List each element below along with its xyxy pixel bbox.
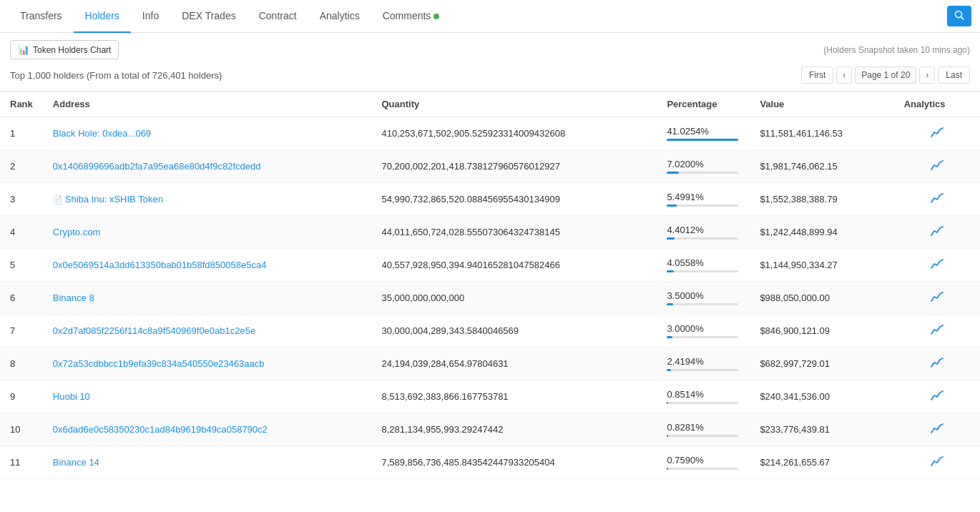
- pagination: First ‹ Page 1 of 20 › Last: [801, 67, 970, 84]
- address-cell[interactable]: 📄Shiba Inu: xSHIB Token: [43, 183, 372, 216]
- analytics-cell[interactable]: [894, 249, 980, 282]
- rank-cell: 8: [0, 348, 43, 380]
- analytics-chart-icon[interactable]: [931, 390, 944, 403]
- table-row: 1Black Hole: 0xdea...069410,253,671,502,…: [0, 117, 980, 150]
- percentage-bar-fill: [667, 139, 738, 141]
- prev-page-button[interactable]: ‹: [836, 67, 852, 84]
- table-row: 100x6dad6e0c58350230c1ad84b9619b49ca0587…: [0, 413, 980, 446]
- percentage-bar-bg: [667, 205, 738, 207]
- last-page-button[interactable]: Last: [938, 67, 970, 84]
- address-cell[interactable]: 0x6dad6e0c58350230c1ad84b9619b49ca058790…: [43, 413, 372, 446]
- tab-comments[interactable]: Comments: [371, 0, 451, 33]
- table-header-row: Rank Address Quantity Percentage Value A…: [0, 92, 980, 117]
- rank-cell: 1: [0, 117, 43, 150]
- percentage-bar-fill: [667, 205, 676, 207]
- address-cell[interactable]: 0x2d7af085f2256f114c8a9f540969f0e0ab1c2e…: [43, 315, 372, 348]
- svg-line-1: [961, 17, 964, 20]
- tab-dex-trades[interactable]: DEX Trades: [170, 0, 247, 33]
- col-rank: Rank: [0, 92, 43, 117]
- address-cell[interactable]: Binance 8: [43, 282, 372, 315]
- rank-cell: 7: [0, 315, 43, 348]
- analytics-chart-icon[interactable]: [931, 160, 944, 172]
- quantity-cell: 35,000,000,000,000: [371, 282, 657, 315]
- holders-info: Top 1,000 holders (From a total of 726,4…: [10, 70, 222, 81]
- col-quantity: Quantity: [371, 92, 657, 117]
- quantity-cell: 30,000,004,289,343.5840046569: [371, 315, 657, 348]
- value-cell: $240,341,536.00: [750, 380, 893, 413]
- tab-info[interactable]: Info: [131, 0, 170, 33]
- value-cell: $11,581,461,146.53: [750, 117, 893, 150]
- analytics-cell[interactable]: [894, 150, 980, 183]
- rank-cell: 2: [0, 150, 43, 183]
- percentage-bar-fill: [667, 402, 668, 404]
- table-row: 6Binance 835,000,000,000,0003.5000%$988,…: [0, 282, 980, 315]
- percentage-cell: 4.4012%: [657, 216, 750, 249]
- rank-cell: 11: [0, 446, 43, 479]
- analytics-cell[interactable]: [894, 183, 980, 216]
- rank-cell: 3: [0, 183, 43, 216]
- analytics-cell[interactable]: [894, 413, 980, 446]
- address-cell[interactable]: Black Hole: 0xdea...069: [43, 117, 372, 150]
- quantity-cell: 44,011,650,724,028.555073064324738145: [371, 216, 657, 249]
- percentage-bar-fill: [667, 303, 673, 305]
- address-cell[interactable]: 0x0e5069514a3dd613350bab01b58fd850058e5c…: [43, 249, 372, 282]
- analytics-chart-icon[interactable]: [931, 358, 944, 370]
- value-cell: $233,776,439.81: [750, 413, 893, 446]
- percentage-bar-fill: [667, 336, 672, 338]
- percentage-cell: 7.0200%: [657, 150, 750, 183]
- value-cell: $988,050,000.00: [750, 282, 893, 315]
- tab-holders[interactable]: Holders: [74, 0, 131, 33]
- tab-transfers[interactable]: Transfers: [9, 0, 74, 33]
- analytics-chart-icon[interactable]: [931, 423, 944, 435]
- value-cell: $682,997,729.01: [750, 348, 893, 380]
- percentage-bar-bg: [667, 270, 738, 272]
- table-row: 11Binance 147,589,856,736,485.8435424479…: [0, 446, 980, 479]
- analytics-cell[interactable]: [894, 315, 980, 348]
- analytics-cell[interactable]: [894, 446, 980, 479]
- analytics-chart-icon[interactable]: [931, 259, 944, 271]
- address-cell[interactable]: Huobi 10: [43, 380, 372, 413]
- next-page-button[interactable]: ›: [919, 67, 935, 84]
- analytics-cell[interactable]: [894, 282, 980, 315]
- percentage-bar-bg: [667, 369, 738, 371]
- percentage-cell: 0.8281%: [657, 413, 750, 446]
- percentage-cell: 3.0000%: [657, 315, 750, 348]
- analytics-chart-icon[interactable]: [931, 127, 944, 139]
- percentage-bar-bg: [667, 402, 738, 404]
- analytics-cell[interactable]: [894, 117, 980, 150]
- address-cell[interactable]: Binance 14: [43, 446, 372, 479]
- tab-analytics[interactable]: Analytics: [308, 0, 371, 33]
- col-percentage: Percentage: [657, 92, 750, 117]
- analytics-cell[interactable]: [894, 348, 980, 380]
- table-row: 50x0e5069514a3dd613350bab01b58fd850058e5…: [0, 249, 980, 282]
- address-cell[interactable]: Crypto.com: [43, 216, 372, 249]
- percentage-bar-fill: [667, 468, 668, 470]
- rank-cell: 4: [0, 216, 43, 249]
- percentage-cell: 5.4991%: [657, 183, 750, 216]
- quantity-cell: 54,990,732,865,520.088456955430134909: [371, 183, 657, 216]
- analytics-cell[interactable]: [894, 216, 980, 249]
- address-cell[interactable]: 0x1406899696adb2fa7a95ea68e80d4f9c82fcde…: [43, 150, 372, 183]
- analytics-chart-icon[interactable]: [931, 456, 944, 468]
- analytics-chart-icon[interactable]: [931, 226, 944, 238]
- value-cell: $1,981,746,062.15: [750, 150, 893, 183]
- analytics-chart-icon[interactable]: [931, 193, 944, 205]
- analytics-chart-icon[interactable]: [931, 292, 944, 304]
- percentage-cell: 0.8514%: [657, 380, 750, 413]
- analytics-cell[interactable]: [894, 380, 980, 413]
- token-holders-chart-button[interactable]: 📊 Token Holders Chart: [10, 40, 119, 59]
- search-button[interactable]: [947, 6, 971, 26]
- table-row: 20x1406899696adb2fa7a95ea68e80d4f9c82fcd…: [0, 150, 980, 183]
- analytics-chart-icon[interactable]: [931, 325, 944, 337]
- table-row: 70x2d7af085f2256f114c8a9f540969f0e0ab1c2…: [0, 315, 980, 348]
- holders-table: Rank Address Quantity Percentage Value A…: [0, 91, 980, 479]
- percentage-cell: 3.5000%: [657, 282, 750, 315]
- quantity-cell: 40,557,928,950,394.940165281047582466: [371, 249, 657, 282]
- percentage-bar-bg: [667, 139, 738, 141]
- percentage-cell: 0.7590%: [657, 446, 750, 479]
- table-row: 4Crypto.com44,011,650,724,028.5550730643…: [0, 216, 980, 249]
- address-cell[interactable]: 0x72a53cdbbcc1b9efa39c834a540550e23463aa…: [43, 348, 372, 380]
- percentage-bar-fill: [667, 369, 671, 371]
- first-page-button[interactable]: First: [801, 67, 833, 84]
- tab-contract[interactable]: Contract: [248, 0, 308, 33]
